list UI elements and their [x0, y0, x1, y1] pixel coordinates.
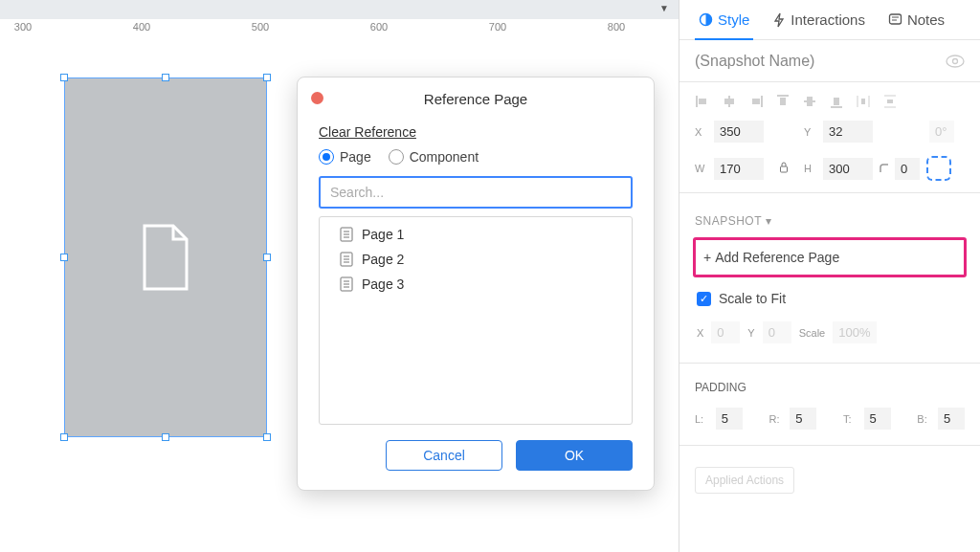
scale-to-fit-checkbox[interactable]: ✓: [697, 292, 711, 306]
svg-rect-19: [699, 99, 706, 104]
snapshot-name-field[interactable]: (Snapshot Name): [695, 53, 946, 70]
page-item-icon: [339, 227, 354, 242]
plus-icon: +: [703, 250, 711, 265]
scale-y-label: Y: [747, 327, 754, 339]
add-reference-page-button[interactable]: + Add Reference Page: [693, 237, 967, 277]
page-item-icon: [339, 252, 354, 267]
radio-component-label: Component: [410, 149, 479, 165]
corner-radius-icon: [879, 163, 890, 174]
scale-to-fit-label: Scale to Fit: [719, 291, 786, 306]
distribute-h-icon[interactable]: [856, 94, 871, 109]
padding-section-header: PADDING: [679, 369, 980, 398]
w-field[interactable]: 170: [714, 158, 764, 180]
ruler-tick-label: 600: [370, 21, 388, 33]
resize-handle[interactable]: [162, 74, 169, 81]
pad-r-label: R:: [768, 413, 782, 425]
snapshot-section-header[interactable]: SNAPSHOT ▾: [679, 199, 980, 233]
top-chrome-bar: ▼: [0, 0, 679, 19]
distribute-v-icon[interactable]: [882, 94, 898, 109]
svg-rect-35: [887, 99, 893, 103]
close-icon[interactable]: [311, 92, 323, 104]
visibility-icon[interactable]: [946, 55, 965, 68]
toolbar-collapse-icon[interactable]: ▼: [659, 3, 669, 13]
pad-b-label: B:: [917, 413, 930, 425]
scale-x-field: 0: [711, 321, 740, 343]
style-icon: [699, 12, 713, 27]
page-item-icon: [339, 276, 354, 292]
ruler-tick-label: 800: [608, 21, 625, 33]
radio-component[interactable]: Component: [389, 149, 479, 165]
svg-rect-27: [807, 97, 813, 106]
pad-r-field[interactable]: 5: [790, 408, 816, 430]
inspector-panel: Style Interactions Notes (Snapshot Name)…: [679, 0, 980, 552]
resize-handle[interactable]: [60, 74, 68, 81]
resize-handle[interactable]: [263, 254, 271, 261]
tab-notes-label: Notes: [907, 11, 945, 28]
corner-radius-field[interactable]: 0: [895, 158, 920, 180]
tab-interactions[interactable]: Interactions: [761, 0, 877, 39]
applied-actions-button[interactable]: Applied Actions: [695, 467, 794, 494]
ok-button[interactable]: OK: [516, 440, 633, 471]
svg-point-16: [947, 55, 964, 67]
radio-page-label: Page: [340, 149, 371, 165]
pad-b-field[interactable]: 5: [938, 408, 965, 430]
pad-l-field[interactable]: 5: [716, 408, 743, 430]
notes-icon: [888, 12, 902, 27]
search-input[interactable]: [319, 176, 633, 209]
svg-point-17: [953, 58, 958, 63]
pad-t-label: T:: [843, 413, 857, 425]
svg-rect-36: [781, 166, 788, 172]
selected-snapshot-widget[interactable]: [65, 78, 266, 436]
inspector-tabs: Style Interactions Notes: [679, 0, 980, 40]
page-list[interactable]: Page 1 Page 2 Page 3: [319, 216, 633, 425]
align-toolbar: [679, 82, 980, 115]
cancel-button[interactable]: Cancel: [386, 440, 502, 471]
y-label: Y: [804, 126, 817, 138]
resize-handle[interactable]: [263, 74, 271, 81]
pad-l-label: L:: [695, 413, 708, 425]
y-field[interactable]: 32: [823, 121, 873, 143]
align-right-icon[interactable]: [748, 94, 764, 109]
resize-handle[interactable]: [263, 433, 271, 441]
ruler-tick-label: 500: [252, 21, 269, 33]
align-bottom-icon[interactable]: [829, 94, 844, 109]
pad-t-field[interactable]: 5: [864, 408, 891, 430]
list-item-label: Page 1: [362, 227, 404, 242]
resize-handle[interactable]: [60, 433, 68, 441]
expand-corners-icon[interactable]: [926, 156, 951, 181]
rotation-field[interactable]: 0°: [926, 121, 953, 143]
list-item[interactable]: Page 3: [320, 272, 632, 297]
svg-rect-25: [780, 98, 786, 105]
resize-handle[interactable]: [60, 254, 68, 261]
list-item-label: Page 3: [362, 276, 404, 292]
svg-rect-13: [889, 14, 901, 24]
list-item[interactable]: Page 2: [320, 247, 632, 272]
list-item[interactable]: Page 1: [320, 222, 632, 247]
scale-pct-field: 100%: [833, 321, 877, 343]
resize-handle[interactable]: [162, 433, 169, 441]
clear-reference-link[interactable]: Clear Reference: [319, 124, 416, 140]
x-label: X: [695, 126, 708, 138]
tab-interactions-label: Interactions: [791, 11, 865, 28]
w-label: W: [695, 163, 708, 174]
scale-x-label: X: [697, 327, 703, 339]
h-label: H: [804, 163, 817, 174]
h-field[interactable]: 300: [823, 158, 873, 180]
align-left-icon[interactable]: [695, 94, 710, 109]
radio-page[interactable]: Page: [319, 149, 371, 165]
tab-notes[interactable]: Notes: [877, 0, 956, 39]
ruler-tick-label: 400: [133, 21, 150, 33]
dialog-title: Reference Page: [424, 91, 527, 107]
tab-style-label: Style: [718, 11, 749, 28]
align-top-icon[interactable]: [775, 94, 791, 109]
svg-rect-21: [724, 99, 734, 104]
reference-page-dialog: Reference Page Clear Reference Page Comp…: [297, 77, 655, 491]
tab-style[interactable]: Style: [687, 0, 761, 39]
page-icon: [137, 222, 194, 293]
lock-aspect-icon[interactable]: [769, 162, 798, 175]
align-vcenter-icon[interactable]: [802, 94, 817, 109]
align-hcenter-icon[interactable]: [722, 94, 737, 109]
svg-rect-23: [752, 99, 760, 104]
scale-pct-label: Scale: [799, 327, 826, 339]
x-field[interactable]: 350: [714, 121, 764, 143]
